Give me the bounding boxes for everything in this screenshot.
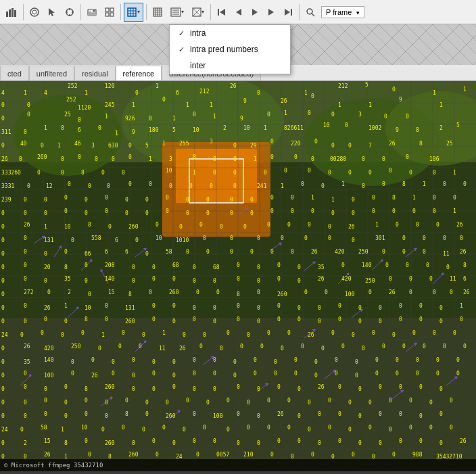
sep4 (146, 4, 147, 20)
tab-reference[interactable]: reference (116, 66, 162, 80)
svg-marker-42 (268, 9, 274, 16)
sep5 (210, 4, 211, 20)
video-frame-svg (0, 81, 476, 471)
dropdown-menu: ✓ intra ✓ intra pred numbers inter (169, 24, 291, 74)
svg-point-14 (93, 9, 95, 11)
svg-point-5 (32, 10, 37, 14)
intra-pred-label: intra pred numbers (190, 45, 258, 54)
main-video-area: 414 2521120 016 212260 12125 011 00 2521… (0, 81, 476, 471)
target-btn[interactable] (62, 3, 78, 22)
menu-item-intra[interactable]: ✓ intra (170, 25, 290, 41)
p-frame-text: P frame (326, 8, 352, 16)
sep1 (23, 4, 24, 20)
svg-point-55 (14, 95, 122, 176)
toolbar: ▾ ▾ ▾ P frame ▾ (0, 0, 476, 24)
svg-rect-16 (110, 8, 114, 11)
prev-frame-btn[interactable] (231, 3, 246, 22)
svg-rect-17 (105, 13, 109, 16)
intra-label: intra (190, 28, 206, 38)
sep6 (299, 4, 300, 20)
tab-residual[interactable]: residual (74, 66, 116, 80)
grid-view-btn[interactable] (101, 3, 118, 22)
p-frame-dropdown[interactable]: P frame ▾ (321, 6, 364, 18)
blocks-btn-arrow: ▾ (137, 9, 140, 15)
svg-rect-2 (11, 8, 14, 17)
cursor-btn[interactable] (44, 3, 60, 22)
status-bar: © Microsoft ffmpeg 35432710 (0, 459, 476, 471)
tab-reference-label: reference (123, 70, 154, 78)
tab-unfiltered-label: unfiltered (37, 70, 67, 78)
next-keyframe-btn[interactable] (280, 3, 296, 22)
sep2 (80, 4, 81, 20)
status-text: © Microsoft ffmpeg 35432710 (4, 462, 103, 469)
tool2-btn[interactable] (26, 3, 43, 22)
svg-rect-3 (14, 10, 16, 17)
svg-marker-13 (88, 11, 96, 16)
inter-label: inter (190, 61, 206, 70)
tab-unfiltered[interactable]: unfiltered (29, 66, 74, 80)
p-frame-arrow: ▾ (356, 9, 360, 16)
svg-line-46 (312, 14, 314, 16)
next-frame-btn[interactable] (264, 3, 279, 22)
svg-marker-6 (49, 8, 55, 16)
play-btn[interactable] (247, 3, 262, 22)
svg-rect-0 (6, 11, 8, 17)
intra-pred-check: ✓ (176, 45, 186, 54)
sep3 (120, 4, 121, 20)
filter-btn[interactable]: ▾ (167, 3, 187, 22)
tab-selected[interactable]: cted (0, 66, 29, 80)
tab-residual-label: residual (82, 70, 108, 78)
svg-point-4 (30, 8, 39, 16)
intra-check: ✓ (176, 29, 186, 38)
svg-marker-44 (285, 9, 290, 16)
svg-rect-19 (128, 8, 136, 16)
more-grid-btn[interactable] (149, 3, 166, 22)
square-btn[interactable]: ▾ (189, 3, 208, 22)
svg-rect-18 (110, 13, 114, 16)
menu-item-inter[interactable]: inter (170, 57, 290, 74)
svg-marker-41 (252, 9, 258, 16)
svg-rect-15 (105, 8, 109, 11)
blocks-btn[interactable]: ▾ (124, 3, 143, 22)
menu-item-intra-pred[interactable]: ✓ intra pred numbers (170, 41, 290, 57)
filter-btn-arrow: ▾ (181, 9, 184, 15)
svg-marker-40 (236, 9, 241, 16)
svg-point-45 (307, 9, 312, 14)
bar-chart-btn[interactable] (3, 3, 20, 22)
tab-selected-label: cted (7, 70, 22, 78)
photo-btn[interactable] (84, 3, 100, 22)
square-btn-arrow: ▾ (201, 9, 204, 15)
svg-rect-1 (9, 9, 11, 17)
svg-marker-39 (220, 9, 225, 16)
prev-keyframe-btn[interactable] (214, 3, 230, 22)
search-btn[interactable] (302, 3, 318, 22)
